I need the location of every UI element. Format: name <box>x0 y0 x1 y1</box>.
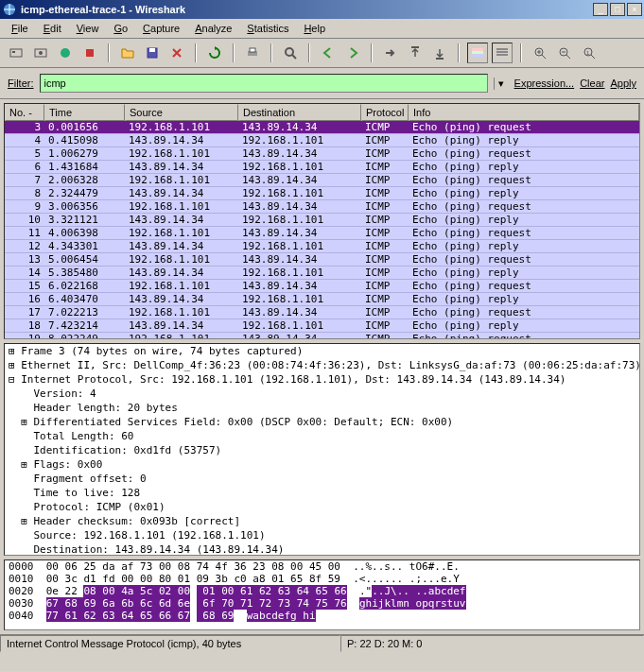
menu-statistics[interactable]: Statistics <box>239 21 296 36</box>
detail-row[interactable]: Fragment offset: 0 <box>5 472 639 486</box>
svg-point-11 <box>286 48 293 56</box>
svg-rect-10 <box>250 48 255 52</box>
packet-row[interactable]: 72.006328192.168.1.101143.89.14.34ICMPEc… <box>5 174 639 187</box>
detail-row[interactable]: Time to live: 128 <box>5 486 639 500</box>
expression-link[interactable]: Expression... <box>514 77 575 89</box>
colorize-icon[interactable] <box>467 43 488 63</box>
detail-row[interactable]: Destination: 143.89.14.34 (143.89.14.34) <box>5 542 639 556</box>
svg-rect-6 <box>86 49 94 57</box>
open-icon[interactable] <box>117 43 138 63</box>
packet-list-pane[interactable]: No. - Time Source Destination Protocol I… <box>4 103 640 339</box>
detail-row[interactable]: ⊟ Internet Protocol, Src: 192.168.1.101 … <box>5 372 639 387</box>
zoom-in-icon[interactable] <box>530 43 550 63</box>
menu-go[interactable]: Go <box>106 21 135 36</box>
svg-rect-14 <box>472 54 483 57</box>
go-forward-icon[interactable] <box>342 43 363 63</box>
menu-capture[interactable]: Capture <box>135 21 187 36</box>
menu-help[interactable]: Help <box>296 21 333 36</box>
detail-row[interactable]: Version: 4 <box>5 387 639 401</box>
col-header-destination[interactable]: Destination <box>238 104 361 121</box>
packet-row[interactable]: 40.415098143.89.14.34192.168.1.101ICMPEc… <box>5 134 639 147</box>
packet-row[interactable]: 124.343301143.89.14.34192.168.1.101ICMPE… <box>5 240 639 253</box>
hex-row[interactable]: 0020 0e 22 08 00 4a 5c 02 00 01 00 61 62… <box>5 585 639 597</box>
packet-row[interactable]: 135.006454192.168.1.101143.89.14.34ICMPE… <box>5 253 639 267</box>
hex-row[interactable]: 0000 00 06 25 da af 73 00 08 74 4f 36 23… <box>5 560 639 573</box>
save-icon[interactable] <box>142 43 163 63</box>
stop-capture-icon[interactable] <box>79 43 100 63</box>
packet-row[interactable]: 187.423214143.89.14.34192.168.1.101ICMPE… <box>5 319 639 333</box>
filter-dropdown-icon[interactable]: ▾ <box>494 77 509 90</box>
menu-edit[interactable]: Edit <box>36 21 69 36</box>
col-header-protocol[interactable]: Protocol <box>361 104 409 121</box>
packet-row[interactable]: 198.022249192.168.1.101143.89.14.34ICMPE… <box>5 333 639 339</box>
toolbar: 1 <box>0 39 644 68</box>
hex-row[interactable]: 0030 67 68 69 6a 6b 6c 6d 6e 6f 70 71 72… <box>5 597 639 610</box>
svg-rect-12 <box>472 48 483 51</box>
separator <box>520 43 522 62</box>
print-icon[interactable] <box>242 43 263 63</box>
hex-row[interactable]: 0010 00 3c d1 fd 00 00 80 01 09 3b c0 a8… <box>5 573 639 585</box>
close-button[interactable]: × <box>627 3 642 16</box>
filter-input[interactable] <box>44 77 483 90</box>
col-header-source[interactable]: Source <box>125 104 238 121</box>
packet-row[interactable]: 82.324479143.89.14.34192.168.1.101ICMPEc… <box>5 187 639 200</box>
packet-row[interactable]: 30.001656192.168.1.101143.89.14.34ICMPEc… <box>5 121 639 134</box>
svg-rect-16 <box>496 51 508 53</box>
hex-pane[interactable]: 0000 00 06 25 da af 73 00 08 74 4f 36 23… <box>4 559 640 630</box>
status-right: P: 22 D: 20 M: 0 <box>340 635 644 652</box>
packet-row[interactable]: 93.006356192.168.1.101143.89.14.34ICMPEc… <box>5 200 639 214</box>
separator <box>195 43 197 62</box>
packet-row[interactable]: 145.385480143.89.14.34192.168.1.101ICMPE… <box>5 267 639 280</box>
go-back-icon[interactable] <box>318 43 339 63</box>
detail-row[interactable]: Source: 192.168.1.101 (192.168.1.101) <box>5 528 639 542</box>
detail-row[interactable]: ⊞ Ethernet II, Src: DellComp_4f:36:23 (0… <box>5 358 639 372</box>
detail-row[interactable]: ⊞ Header checksum: 0x093b [correct] <box>5 514 639 528</box>
menu-view[interactable]: View <box>69 21 107 36</box>
interfaces-icon[interactable] <box>6 43 26 63</box>
zoom-out-icon[interactable] <box>554 43 575 63</box>
auto-scroll-icon[interactable] <box>492 43 513 63</box>
detail-row[interactable]: ⊞ Differentiated Services Field: 0x00 (D… <box>5 415 639 429</box>
filter-bar: Filter: ▾ Expression... Clear Apply <box>0 68 644 99</box>
packet-row[interactable]: 177.022213192.168.1.101143.89.14.34ICMPE… <box>5 306 639 319</box>
goto-last-icon[interactable] <box>429 43 450 63</box>
menu-file[interactable]: File <box>4 21 36 36</box>
reload-icon[interactable] <box>204 43 225 63</box>
zoom-reset-icon[interactable]: 1 <box>579 43 600 63</box>
filter-label: Filter: <box>8 77 34 89</box>
close-file-icon[interactable] <box>166 43 187 63</box>
find-icon[interactable] <box>280 43 301 63</box>
status-left: Internet Control Message Protocol (icmp)… <box>0 635 340 652</box>
svg-point-5 <box>61 48 70 58</box>
goto-first-icon[interactable] <box>405 43 426 63</box>
separator <box>233 43 235 62</box>
detail-row[interactable]: Protocol: ICMP (0x01) <box>5 500 639 514</box>
menu-analyze[interactable]: Analyze <box>187 21 239 36</box>
clear-link[interactable]: Clear <box>580 77 604 89</box>
separator <box>371 43 373 62</box>
packet-row[interactable]: 166.403470143.89.14.34192.168.1.101ICMPE… <box>5 293 639 306</box>
col-header-info[interactable]: Info <box>409 104 639 121</box>
start-capture-icon[interactable] <box>55 43 76 63</box>
packet-row[interactable]: 114.006398192.168.1.101143.89.14.34ICMPE… <box>5 227 639 240</box>
options-icon[interactable] <box>30 43 51 63</box>
maximize-button[interactable]: □ <box>610 3 625 16</box>
minimize-button[interactable]: _ <box>593 3 608 16</box>
col-header-no[interactable]: No. - <box>5 104 44 121</box>
detail-row[interactable]: Total Length: 60 <box>5 429 639 443</box>
hex-row[interactable]: 0040 77 61 62 63 64 65 66 67 68 69 wabcd… <box>5 610 639 622</box>
packet-row[interactable]: 61.431684143.89.14.34192.168.1.101ICMPEc… <box>5 161 639 174</box>
packet-row[interactable]: 51.006279192.168.1.101143.89.14.34ICMPEc… <box>5 147 639 161</box>
packet-row[interactable]: 103.321121143.89.14.34192.168.1.101ICMPE… <box>5 214 639 227</box>
detail-row[interactable]: ⊞ Frame 3 (74 bytes on wire, 74 bytes ca… <box>5 344 639 358</box>
svg-rect-17 <box>496 54 508 56</box>
separator <box>308 43 310 62</box>
goto-packet-icon[interactable] <box>380 43 401 63</box>
col-header-time[interactable]: Time <box>44 104 125 121</box>
details-pane[interactable]: ⊞ Frame 3 (74 bytes on wire, 74 bytes ca… <box>4 343 640 556</box>
detail-row[interactable]: Identification: 0xd1fd (53757) <box>5 443 639 457</box>
apply-link[interactable]: Apply <box>610 77 636 89</box>
detail-row[interactable]: Header length: 20 bytes <box>5 401 639 415</box>
detail-row[interactable]: ⊞ Flags: 0x00 <box>5 457 639 472</box>
packet-row[interactable]: 156.022168192.168.1.101143.89.14.34ICMPE… <box>5 280 639 293</box>
